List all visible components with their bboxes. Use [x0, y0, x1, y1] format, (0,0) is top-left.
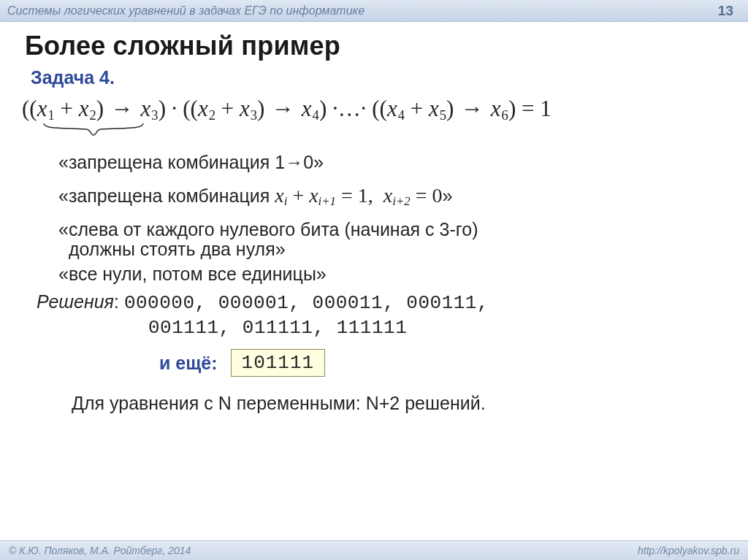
topbar-title: Системы логических уравнений в задачах Е… — [7, 4, 718, 18]
footer: © К.Ю. Поляков, М.А. Ройтберг, 2014 http… — [0, 540, 748, 560]
note-3-line2: должны стоять два нуля» — [58, 239, 728, 260]
task-label: Задача 4. — [31, 67, 728, 88]
solutions-line1: 000000, 000001, 000011, 000111, — [124, 292, 489, 314]
solutions: Решения: 000000, 000001, 000011, 000111,… — [37, 291, 728, 339]
footer-right: http://kpolyakov.spb.ru — [638, 545, 739, 556]
note-2-math: xi + xi+1 = 1, xi+2 = 0 — [275, 184, 442, 207]
slide: Системы логических уравнений в задачах Е… — [0, 0, 748, 560]
solutions-label: Решения — [37, 291, 114, 312]
conclusion: Для уравнения с N переменными: N+2 решен… — [72, 393, 728, 414]
topbar: Системы логических уравнений в задачах Е… — [0, 0, 748, 22]
slide-body: Более сложный пример Задача 4. ((x1 + x2… — [0, 22, 748, 414]
note-2-post: » — [442, 185, 452, 206]
solutions-line2: 001111, 011111, 111111 — [148, 317, 728, 339]
note-3-line1: «слева от каждого нулевого бита (начиная… — [58, 220, 728, 240]
underbrace — [42, 120, 728, 144]
more-row: и ещё: 101111 — [159, 349, 728, 377]
footer-left: © К.Ю. Поляков, М.А. Ройтберг, 2014 — [9, 545, 191, 556]
note-2-pre: «запрещена комбинация — [58, 185, 275, 206]
equation: ((x1 + x2) → x3) · ((x2 + x3) → x4) ·…· … — [22, 96, 728, 123]
more-value-box: 101111 — [231, 349, 326, 377]
note-2: «запрещена комбинация xi + xi+1 = 1, xi+… — [58, 185, 728, 208]
page-number: 13 — [718, 3, 733, 19]
note-4: «все нули, потом все единицы» — [58, 264, 728, 285]
note-3: «слева от каждого нулевого бита (начиная… — [58, 220, 728, 260]
brace-icon — [42, 120, 145, 141]
slide-heading: Более сложный пример — [25, 31, 728, 61]
note-1: «запрещена комбинация 1→0» — [58, 153, 728, 173]
notes: «запрещена комбинация 1→0» «запрещена ко… — [58, 153, 728, 414]
more-label: и ещё: — [159, 353, 218, 374]
